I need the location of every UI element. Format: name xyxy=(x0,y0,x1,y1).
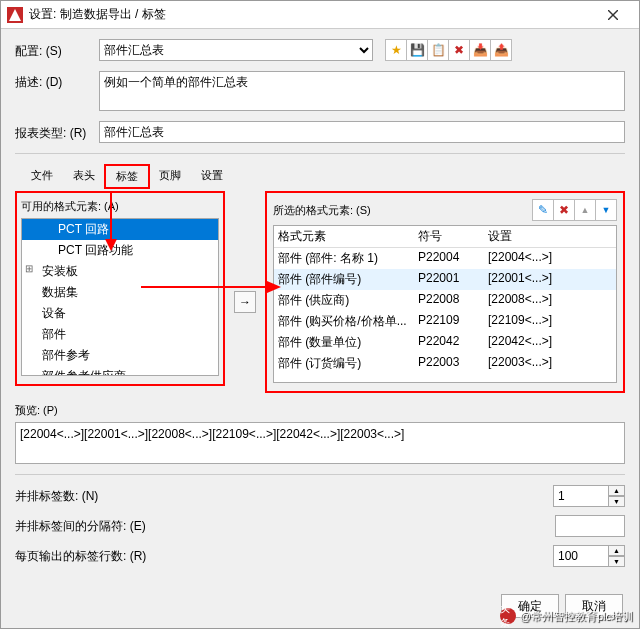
settings-dialog: 设置: 制造数据导出 / 标签 配置: (S) 部件汇总表 ★ 💾 📋 ✖ 📥 … xyxy=(0,0,640,629)
tree-item[interactable]: 部件 xyxy=(22,324,218,345)
table-row[interactable]: 部件 (供应商)P22008[22008<...>] xyxy=(274,290,616,311)
selected-pane: 所选的格式元素: (S) ✎ ✖ ▲ ▼ 格式元素 符号 设置 xyxy=(265,191,625,393)
export-icon[interactable]: 📤 xyxy=(490,39,512,61)
par-count-spinner[interactable]: ▲▼ xyxy=(553,485,625,507)
preview-label: 预览: (P) xyxy=(15,403,625,418)
remove-icon[interactable]: ✖ xyxy=(553,199,575,221)
table-header: 格式元素 符号 设置 xyxy=(274,226,616,248)
config-label: 配置: (S) xyxy=(15,40,91,60)
tree-item[interactable]: 部件参考 xyxy=(22,345,218,366)
import-icon[interactable]: 📥 xyxy=(469,39,491,61)
table-row[interactable]: 部件 (部件: 名称 1)P22004[22004<...>] xyxy=(274,248,616,269)
desc-label: 描述: (D) xyxy=(15,71,91,91)
spin-down-icon[interactable]: ▼ xyxy=(609,556,625,567)
par-count-input[interactable] xyxy=(553,485,609,507)
move-down-icon[interactable]: ▼ xyxy=(595,199,617,221)
copy-icon[interactable]: 📋 xyxy=(427,39,449,61)
tab-header[interactable]: 表头 xyxy=(63,165,105,188)
star-icon[interactable]: ★ xyxy=(385,39,407,61)
svg-marker-3 xyxy=(105,239,117,251)
tab-file[interactable]: 文件 xyxy=(21,165,63,188)
tab-bar: 文件 表头 标签 页脚 设置 xyxy=(21,164,625,187)
annotation-arrow xyxy=(141,277,281,297)
desc-textarea[interactable]: 例如一个简单的部件汇总表 xyxy=(99,71,625,111)
table-row[interactable]: 部件 (购买价格/价格单...P22109[22109<...>] xyxy=(274,311,616,332)
window-title: 设置: 制造数据导出 / 标签 xyxy=(29,6,593,23)
par-sep-input[interactable] xyxy=(555,515,625,537)
edit-icon[interactable]: ✎ xyxy=(532,199,554,221)
divider xyxy=(15,153,625,154)
table-row[interactable]: 部件 (部件编号)P22001[22001<...>] xyxy=(274,269,616,290)
table-row[interactable]: 部件 (数量单位)P22042[22042<...>] xyxy=(274,332,616,353)
par-sep-label: 并排标签间的分隔符: (E) xyxy=(15,518,175,535)
tab-label[interactable]: 标签 xyxy=(105,165,149,188)
config-select[interactable]: 部件汇总表 xyxy=(99,39,373,61)
par-count-label: 并排标签数: (N) xyxy=(15,488,175,505)
tab-settings[interactable]: 设置 xyxy=(191,165,233,188)
save-icon[interactable]: 💾 xyxy=(406,39,428,61)
table-row[interactable]: 部件 (订货编号)P22003[22003<...>] xyxy=(274,353,616,374)
app-icon xyxy=(7,7,23,23)
rows-per-page-input[interactable] xyxy=(553,545,609,567)
move-up-icon[interactable]: ▲ xyxy=(574,199,596,221)
tree-item[interactable]: 部件参考供应商 xyxy=(22,366,218,376)
rows-per-page-label: 每页输出的标签行数: (R) xyxy=(15,548,175,565)
svg-marker-5 xyxy=(267,281,281,293)
rows-per-page-spinner[interactable]: ▲▼ xyxy=(553,545,625,567)
watermark-text: @常州智控教育plc培训 xyxy=(520,609,633,624)
spin-up-icon[interactable]: ▲ xyxy=(609,545,625,556)
tab-footer[interactable]: 页脚 xyxy=(149,165,191,188)
selected-label: 所选的格式元素: (S) xyxy=(273,203,528,218)
divider2 xyxy=(15,474,625,475)
spin-down-icon[interactable]: ▼ xyxy=(609,496,625,507)
report-type-label: 报表类型: (R) xyxy=(15,122,91,142)
tree-item[interactable]: 设备 xyxy=(22,303,218,324)
titlebar: 设置: 制造数据导出 / 标签 xyxy=(1,1,639,29)
watermark-icon: 头条 xyxy=(500,608,516,624)
config-toolbar: ★ 💾 📋 ✖ 📥 📤 xyxy=(381,39,512,61)
preview-box: [22004<...>][22001<...>][22008<...>][221… xyxy=(15,422,625,464)
watermark: 头条 @常州智控教育plc培训 xyxy=(500,608,633,624)
report-type-input[interactable] xyxy=(99,121,625,143)
close-icon[interactable] xyxy=(593,2,633,28)
selected-table: 格式元素 符号 设置 部件 (部件: 名称 1)P22004[22004<...… xyxy=(273,225,617,383)
spin-up-icon[interactable]: ▲ xyxy=(609,485,625,496)
annotation-arrow xyxy=(101,191,121,251)
delete-icon[interactable]: ✖ xyxy=(448,39,470,61)
